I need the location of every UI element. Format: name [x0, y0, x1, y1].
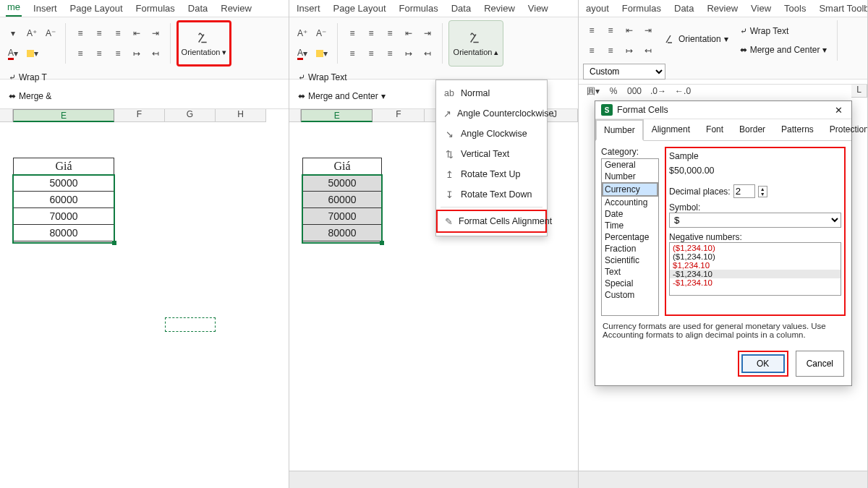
tab-pagelayout[interactable]: Page Layout [332, 1, 388, 17]
align-middle-icon[interactable]: ≡ [90, 25, 108, 42]
fill-color-icon[interactable]: ▾ [312, 45, 331, 62]
tab-data[interactable]: Data [187, 1, 209, 17]
spin-up-icon[interactable]: ▲ [759, 187, 767, 192]
align-left-icon[interactable]: ≡ [344, 45, 361, 62]
merge-button[interactable]: ⬌Merge and Center ▾ [736, 42, 832, 58]
tab-home[interactable]: me [6, 0, 22, 17]
rtl-icon[interactable]: ↤ [419, 45, 436, 62]
dialog-tab-number[interactable]: Number [595, 119, 644, 141]
table-row[interactable]: 70000 [13, 207, 114, 225]
tab-formulas[interactable]: Formulas [398, 1, 440, 17]
col-header-g[interactable]: G [165, 109, 216, 122]
orientation-button[interactable]: Orientation ▴ [448, 20, 503, 67]
align-bottom-icon[interactable]: ≡ [381, 25, 399, 42]
orientation-button[interactable]: Orientation ▾ [176, 20, 231, 67]
decimal-places-input[interactable] [733, 184, 755, 198]
dialog-tab-patterns[interactable]: Patterns [773, 119, 822, 141]
sheet-tabs-bar[interactable] [289, 471, 578, 488]
tab-smart[interactable]: Smart Toolb [817, 1, 868, 17]
tab-formulas[interactable]: Formulas [135, 1, 176, 17]
spin-down-icon[interactable]: ▼ [759, 192, 767, 197]
cat-number[interactable]: Number [602, 171, 658, 182]
decrease-indent-icon[interactable]: ⇤ [128, 25, 145, 42]
cat-percentage[interactable]: Percentage [602, 231, 658, 243]
align-center-icon[interactable]: ≡ [583, 42, 600, 59]
dialog-tab-protection[interactable]: Protection [822, 119, 868, 141]
cat-fraction[interactable]: Fraction [602, 243, 658, 254]
align-center-icon[interactable]: ≡ [90, 45, 108, 62]
merge-button[interactable]: ⬌Merge and Center ▾ [294, 88, 390, 104]
table-row[interactable]: 80000 [13, 224, 114, 241]
increase-indent-icon[interactable]: ⇥ [419, 25, 436, 42]
symbol-select[interactable]: $ [669, 213, 841, 228]
menu-vertical[interactable]: ⇅Vertical Text [436, 144, 547, 164]
align-top-icon[interactable]: ≡ [72, 25, 89, 42]
cat-general[interactable]: General [602, 159, 658, 171]
align-top-icon[interactable]: ≡ [344, 25, 361, 42]
rtl-icon[interactable]: ↤ [147, 45, 164, 62]
cat-accounting[interactable]: Accounting [602, 197, 658, 208]
tab-insert[interactable]: Insert [32, 1, 59, 17]
merge-button[interactable]: ⬌Merge & [4, 88, 56, 104]
cat-scientific[interactable]: Scientific [602, 254, 658, 266]
font-dropdown[interactable]: ▾ [4, 25, 22, 42]
decrease-indent-icon[interactable]: ⇤ [400, 25, 417, 42]
tab-insert[interactable]: Insert [295, 1, 322, 17]
number-format-select[interactable]: Custom [583, 64, 665, 80]
col-header-l[interactable]: L [851, 85, 867, 98]
cat-custom[interactable]: Custom [602, 289, 658, 301]
table-row[interactable]: 50000 [302, 174, 382, 192]
dialog-tab-border[interactable]: Border [731, 119, 773, 141]
ltr-icon[interactable]: ↦ [128, 45, 145, 62]
col-header-h[interactable]: H [216, 109, 266, 122]
col-header-e[interactable]: E [301, 109, 373, 122]
tab-formulas[interactable]: Formulas [621, 1, 663, 17]
align-left-icon[interactable]: ≡ [72, 45, 89, 62]
table-row[interactable]: 60000 [13, 191, 114, 208]
menu-format-cells-alignment[interactable]: ✎Format Cells Alignment [436, 210, 547, 233]
increase-indent-icon[interactable]: ⇥ [147, 25, 164, 42]
decrease-font-icon[interactable]: A⁻ [42, 25, 59, 42]
wrap-text-button[interactable]: ⤶Wrap Text [294, 69, 390, 85]
neg-option[interactable]: -$1,234.10 [670, 270, 841, 278]
increase-indent-icon[interactable]: ⇥ [639, 22, 657, 39]
tab-pagelayout[interactable]: Page Layout [69, 1, 124, 17]
cat-currency[interactable]: Currency [602, 182, 658, 197]
increase-font-icon[interactable]: A⁺ [294, 25, 311, 42]
wrap-text-button[interactable]: ⤶Wrap T [4, 69, 56, 85]
orientation-button[interactable]: Orientation ▾ [660, 31, 733, 47]
ok-button[interactable]: OK [741, 354, 785, 373]
cat-time[interactable]: Time [602, 220, 658, 231]
tab-review[interactable]: Review [219, 1, 253, 17]
align-right-icon[interactable]: ≡ [109, 45, 127, 62]
ltr-icon[interactable]: ↦ [621, 42, 638, 59]
col-header-f[interactable]: F [373, 109, 425, 122]
tab-data[interactable]: Data [673, 1, 695, 17]
close-icon[interactable]: ✕ [831, 105, 846, 116]
col-header-f[interactable]: F [114, 109, 165, 122]
decrease-font-icon[interactable]: A⁻ [312, 25, 330, 42]
rtl-icon[interactable]: ↤ [639, 42, 657, 59]
neg-option[interactable]: ($1,234.10) [670, 252, 841, 261]
increase-font-icon[interactable]: A⁺ [23, 25, 41, 42]
align-bottom-icon[interactable]: ≡ [602, 22, 619, 39]
cat-special[interactable]: Special [602, 278, 658, 289]
tab-review[interactable]: Review [705, 1, 739, 17]
wrap-text-button[interactable]: ⤶Wrap Text [736, 23, 832, 39]
menu-angle-ccw[interactable]: ↗Angle Counterclockwise [436, 103, 547, 124]
tab-tools[interactable]: Tools [783, 1, 807, 17]
col-header-e[interactable]: E [13, 109, 114, 122]
menu-normal[interactable]: abNormal [436, 83, 547, 103]
cat-date[interactable]: Date [602, 208, 658, 220]
cancel-button[interactable]: Cancel [796, 351, 844, 377]
menu-rotate-down[interactable]: ↧Rotate Text Down [436, 184, 547, 205]
dialog-tab-font[interactable]: Font [698, 119, 731, 141]
ltr-icon[interactable]: ↦ [400, 45, 417, 62]
table-row[interactable]: 80000 [302, 224, 382, 241]
tab-data[interactable]: Data [450, 1, 472, 17]
decrease-indent-icon[interactable]: ⇤ [621, 22, 638, 39]
align-middle-icon[interactable]: ≡ [362, 25, 380, 42]
fill-color-icon[interactable]: ▾ [23, 45, 42, 62]
font-color-icon[interactable]: A▾ [294, 45, 311, 62]
font-color-icon[interactable]: A▾ [4, 45, 22, 62]
